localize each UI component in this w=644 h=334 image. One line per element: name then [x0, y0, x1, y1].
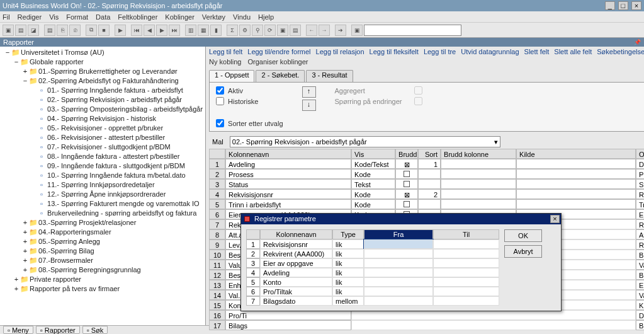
prev-icon[interactable]: ◀ [144, 25, 155, 36]
tree-node[interactable]: ▫ 13.- Spørring Fakturert mengde og vare… [3, 199, 203, 209]
tree-node[interactable]: +📁 03.-Spørring Prosjekt/relasjoner [3, 218, 203, 227]
minimize-button[interactable]: _ [605, 1, 615, 10]
tree-node[interactable]: ▫ 04.- Spørring Rekvisisjon - historisk [3, 114, 203, 124]
toolbar-btn[interactable]: ⧉ [86, 25, 97, 36]
menu-item[interactable]: Hjelp [258, 13, 274, 21]
menu-item[interactable]: Rediger [18, 13, 42, 21]
tree-node[interactable]: +📁 06.-Spørring Bilag [3, 246, 203, 256]
tree-node[interactable]: ▫ 06.- Rekvisisjoner - attestert p/besti… [3, 133, 203, 142]
tree-node[interactable]: ▫ 08.- Inngående faktura - attestert p/b… [3, 152, 203, 161]
tab[interactable]: 2 - Søkebet. [256, 70, 305, 82]
tab[interactable]: 1 - Oppsett [209, 70, 254, 82]
tree-node[interactable]: +📁 05.-Spørring Anlegg [3, 237, 203, 246]
toolbar-btn[interactable]: ■ [98, 25, 110, 36]
tree-node[interactable]: −📁 Universitetet i Tromsø (AU) [3, 48, 203, 57]
tree-node[interactable]: +📁 04.-Rapporteringsmaler [3, 227, 203, 237]
action-link[interactable]: Slett alle felt [554, 48, 592, 57]
avbryt-button[interactable]: Avbryt [504, 245, 542, 258]
tree-node[interactable]: +📁 Private rapporter [3, 275, 203, 284]
tree-node[interactable]: +📁 01.-Spørring Brukerrettigheter og Lev… [3, 67, 203, 76]
menu-item[interactable]: Vindu [233, 13, 251, 21]
menu-item[interactable]: Format [66, 13, 88, 21]
toolbar-btn[interactable]: ▶ [115, 25, 126, 36]
menu-item[interactable]: Data [96, 13, 110, 21]
toolbar-btn[interactable]: ⚙ [239, 25, 251, 36]
close-button[interactable]: × [631, 1, 641, 10]
tree-node[interactable]: ▫ 09.- Inngående faktura - sluttgodkjent… [3, 161, 203, 171]
maximize-button[interactable]: □ [618, 1, 628, 10]
sorter-check[interactable]: Sorter etter utvalg [216, 119, 283, 127]
toolbar-btn[interactable]: ▦ [198, 25, 209, 36]
dialog-close-button[interactable]: × [550, 215, 560, 223]
tree-node[interactable]: +📁 Rapporter på tvers av firmaer [3, 284, 203, 294]
menu-item[interactable]: Verktøy [202, 13, 225, 21]
toolbar-btn[interactable]: ⚲ [252, 25, 263, 36]
tree-node[interactable]: ▫ 12.- Spørring Åpne innkjøpsordrerader [3, 190, 203, 199]
grid-row[interactable]: 4 RekvisisjonsnrKode ⊠ 2 Rekvisisjonsnr. [209, 189, 644, 199]
tree-node[interactable]: ▫ 11.- Spørring Innkjøpsordredetaljer [3, 180, 203, 190]
tree-node[interactable]: ▫ 02.- Spørring Rekvisisjon - arbeidsfly… [3, 95, 203, 105]
ok-button[interactable]: OK [504, 229, 542, 242]
forward-icon[interactable]: → [319, 25, 330, 36]
tree-node[interactable]: ▫ 03.- Spørring Omposteringsbilag - arbe… [3, 105, 203, 114]
toolbar-btn[interactable]: ⎘ [57, 25, 68, 36]
grid-row[interactable]: 3 StatusTekst Status arbeidsflyt [209, 179, 644, 189]
mal-combo[interactable]: 02.- Spørring Rekvisisjon - arbeidsflyt … [230, 136, 500, 147]
move-down-button[interactable]: ↓ [302, 100, 316, 111]
tree-node[interactable]: −📁 Globale rapporter [3, 57, 203, 67]
toolbar-btn[interactable]: ⟳ [264, 25, 276, 36]
toolbar-btn[interactable]: ▣ [277, 25, 288, 36]
action-link[interactable]: Legg til fleksifelt [370, 48, 419, 57]
grid-row[interactable]: 5 Trinn i arbeidsflytKode Trinn [209, 199, 644, 209]
menu-item[interactable]: Vis [49, 13, 59, 21]
bottom-tab[interactable]: ▫ Søk [82, 326, 108, 334]
param-row[interactable]: 2 Rekvirent (AAA000) lik [246, 249, 499, 258]
next-icon[interactable]: ▶ [156, 25, 167, 36]
action-link[interactable]: Legg til tre [424, 48, 456, 57]
toolbar-btn[interactable]: ▣ [351, 25, 363, 36]
action-link[interactable]: Slett felt [524, 48, 550, 57]
menu-item[interactable]: Feltkoblinger [118, 13, 157, 21]
toolbar-btn[interactable]: ▥ [185, 25, 196, 36]
go-icon[interactable]: ➔ [335, 25, 346, 36]
toolbar-btn[interactable]: ▣ [3, 25, 14, 36]
toolbar-combo[interactable] [364, 25, 461, 36]
tree-node[interactable]: +📁 07.-Browsermaler [3, 256, 203, 265]
last-icon[interactable]: ⏭ [169, 25, 180, 36]
param-row[interactable]: 4 Avdeling lik [246, 268, 499, 277]
action-link[interactable]: Legg til felt [209, 48, 242, 57]
action-link[interactable]: Ny kobling [209, 58, 241, 68]
tree-node[interactable]: −📁 02.-Spørring Arbeidsflyt og Fakturahå… [3, 76, 203, 86]
param-row[interactable]: 7 Bilagsdato mellom [246, 296, 499, 306]
toolbar-btn[interactable]: ⎚ [69, 25, 81, 36]
tree-node[interactable]: ▫ Brukerveiledning - spørring arbeidsfly… [3, 209, 203, 218]
tree-node[interactable]: ▫ 07.- Rekvisisjoner - sluttgodkjent p/B… [3, 142, 203, 152]
menu-item[interactable]: Koblinger [165, 13, 194, 21]
tree-node[interactable]: ▫ 01.- Spørring Inngående faktura - arbe… [3, 86, 203, 95]
report-tree[interactable]: −📁 Universitetet i Tromsø (AU)−📁 Globale… [0, 47, 205, 325]
toolbar-btn[interactable]: ◪ [28, 25, 39, 36]
tree-node[interactable]: ▫ 05.- Rekvisisjoner - opprettet p/bruke… [3, 124, 203, 133]
first-icon[interactable]: ⏮ [131, 25, 142, 36]
param-row[interactable]: 5 Konto lik [246, 277, 499, 287]
menu-item[interactable]: Fil [3, 13, 10, 21]
action-link[interactable]: Legg til/endre formel [247, 48, 310, 57]
historiske-check[interactable]: Historiske [216, 97, 283, 105]
sum-icon[interactable]: Σ [227, 25, 238, 36]
toolbar-btn[interactable]: ▤ [15, 25, 26, 36]
move-up-button[interactable]: ↑ [302, 86, 316, 98]
bottom-tab[interactable]: ▫ Rapporter [36, 326, 80, 334]
toolbar-btn[interactable]: ▤ [44, 25, 55, 36]
toolbar-btn[interactable]: ▤ [290, 25, 301, 36]
aktiv-check[interactable]: Aktiv [216, 86, 283, 95]
tree-node[interactable]: ▫ 10.- Spørring Inngående faktura m/beta… [3, 171, 203, 180]
bottom-tab[interactable]: ▫ Meny [3, 326, 33, 334]
grid-row[interactable]: 1 AvdelingKode/Tekst ⊠ 1 Dim 1 [209, 159, 644, 169]
action-link[interactable]: Legg til relasjon [316, 48, 364, 57]
back-icon[interactable]: ← [306, 25, 317, 36]
param-row[interactable]: 3 Eier av oppgave (AAA0 lik [246, 258, 499, 268]
grid-row[interactable]: 2 ProsessKode Prosess [209, 169, 644, 179]
grid-row[interactable]: 16 Pro/TiDim 2 [209, 310, 644, 320]
pin-icon[interactable]: 📌 [634, 38, 641, 47]
action-link[interactable]: Utvid datagrunnlag [461, 48, 519, 57]
